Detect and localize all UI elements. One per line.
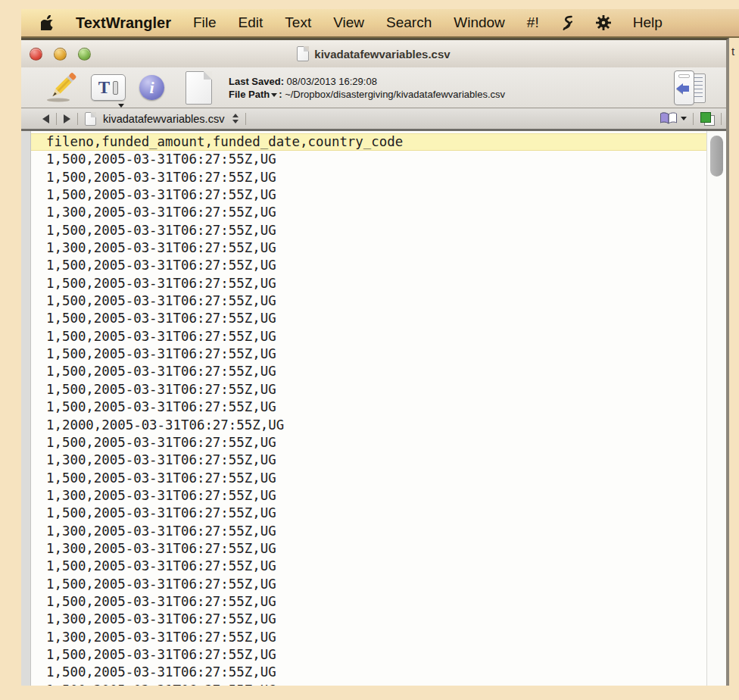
- window-title: kivadatafewvariables.csv: [314, 48, 450, 61]
- menu-item[interactable]: #!: [527, 14, 539, 31]
- file-path-label[interactable]: File Path: [229, 89, 270, 100]
- separator: [77, 113, 78, 125]
- close-button[interactable]: [30, 48, 42, 61]
- csv-line: 1,500,2005-03-31T06:27:55Z,UG: [31, 292, 707, 310]
- file-icon: [85, 112, 96, 126]
- separator: [245, 113, 246, 125]
- csv-line: 1,500,2005-03-31T06:27:55Z,UG: [31, 169, 707, 186]
- csv-line: 1,300,2005-03-31T06:27:55Z,UG: [31, 523, 707, 540]
- menu-bar: TextWrangler FileEditTextViewSearchWindo…: [21, 9, 739, 38]
- apple-icon[interactable]: [41, 15, 54, 30]
- last-saved-label: Last Saved:: [229, 76, 284, 87]
- vertical-scrollbar[interactable]: [706, 131, 726, 686]
- drawer-toggle-icon[interactable]: [672, 70, 708, 105]
- file-path-separator: :: [279, 89, 282, 100]
- background-stray-text: t: [731, 45, 734, 58]
- gear-icon[interactable]: [596, 15, 611, 30]
- scrollbar-thumb[interactable]: [710, 136, 723, 177]
- menu-app-name[interactable]: TextWrangler: [76, 14, 171, 32]
- counterparts-book-icon[interactable]: [659, 112, 687, 125]
- text-editor-area[interactable]: fileno,funded_amount,funded_date,country…: [31, 131, 707, 686]
- csv-line: 1,300,2005-03-31T06:27:55Z,UG: [31, 629, 707, 646]
- csv-partial-line: 1,500,2005-03-31T06:27:55Z,UG: [31, 682, 707, 686]
- menu-item[interactable]: View: [333, 14, 364, 31]
- csv-line: 1,300,2005-03-31T06:27:55Z,UG: [31, 239, 707, 257]
- forward-button[interactable]: [64, 114, 70, 123]
- window-controls: [30, 40, 91, 67]
- csv-line: 1,500,2005-03-31T06:27:55Z,UG: [31, 151, 707, 168]
- csv-line: 1,500,2005-03-31T06:27:55Z,UG: [31, 275, 707, 292]
- csv-line: 1,500,2005-03-31T06:27:55Z,UG: [31, 505, 707, 522]
- minimize-button[interactable]: [54, 48, 67, 61]
- separator: [56, 113, 57, 125]
- csv-header-line: fileno,funded_amount,funded_date,country…: [31, 133, 707, 151]
- csv-line: 1,500,2005-03-31T06:27:55Z,UG: [31, 186, 707, 204]
- csv-line: 1,500,2005-03-31T06:27:55Z,UG: [31, 470, 707, 487]
- csv-line: 1,500,2005-03-31T06:27:55Z,UG: [31, 398, 707, 416]
- menu-item[interactable]: Search: [386, 14, 432, 31]
- csv-line: 1,300,2005-03-31T06:27:55Z,UG: [31, 611, 707, 628]
- arrow-left-icon: [676, 83, 689, 94]
- window-title-bar[interactable]: kivadatafewvariables.csv: [21, 40, 726, 68]
- applescript-icon[interactable]: [561, 15, 574, 31]
- csv-line: 1,500,2005-03-31T06:27:55Z,UG: [31, 664, 707, 681]
- text-display-icon[interactable]: T: [91, 74, 126, 101]
- csv-line: 1,300,2005-03-31T06:27:55Z,UG: [31, 540, 707, 558]
- file-path-caret-icon[interactable]: [271, 93, 277, 97]
- csv-line: 1,500,2005-03-31T06:27:55Z,UG: [31, 310, 707, 327]
- zoom-button[interactable]: [78, 48, 91, 61]
- menu-item[interactable]: Text: [285, 14, 311, 31]
- editor-content: fileno,funded_amount,funded_date,country…: [21, 131, 726, 686]
- menu-item[interactable]: File: [193, 14, 217, 31]
- csv-line: 1,500,2005-03-31T06:27:55Z,UG: [31, 558, 707, 575]
- file-status-block: Last Saved: 08/03/2013 16:29:08 File Pat…: [229, 75, 505, 101]
- csv-line: 1,500,2005-03-31T06:27:55Z,UG: [31, 363, 707, 380]
- csv-line: 1,300,2005-03-31T06:27:55Z,UG: [31, 487, 707, 505]
- csv-line: 1,2000,2005-03-31T06:27:55Z,UG: [31, 417, 707, 434]
- csv-line: 1,500,2005-03-31T06:27:55Z,UG: [31, 434, 707, 452]
- textwrangler-window: kivadatafewvariables.csv T i: [21, 38, 729, 686]
- editor-gutter: [21, 131, 31, 686]
- csv-line: 1,500,2005-03-31T06:27:55Z,UG: [31, 345, 707, 363]
- text-display-T: T: [98, 79, 110, 96]
- popup-stepper-icon[interactable]: [232, 114, 239, 123]
- csv-line: 1,300,2005-03-31T06:27:55Z,UG: [31, 204, 707, 221]
- menu-item-help[interactable]: Help: [633, 14, 663, 31]
- csv-line: 1,500,2005-03-31T06:27:55Z,UG: [31, 576, 707, 593]
- document-icon[interactable]: [186, 71, 212, 105]
- menu-item[interactable]: Window: [454, 14, 505, 31]
- file-path-value: ~/Dropbox/disastergiving/kivadatafewvari…: [285, 89, 505, 100]
- info-icon[interactable]: i: [139, 75, 164, 100]
- pencil-icon[interactable]: [44, 71, 79, 105]
- csv-line: 1,300,2005-03-31T06:27:55Z,UG: [31, 452, 707, 469]
- csv-line: 1,500,2005-03-31T06:27:55Z,UG: [31, 222, 707, 239]
- csv-line: 1,500,2005-03-31T06:27:55Z,UG: [31, 646, 707, 664]
- chevron-down-icon: [681, 117, 687, 120]
- open-document-popup[interactable]: kivadatafewvariables.csv: [103, 113, 224, 125]
- csv-line: 1,500,2005-03-31T06:27:55Z,UG: [31, 381, 707, 398]
- last-saved-value: 08/03/2013 16:29:08: [287, 76, 377, 87]
- separator: [693, 113, 694, 125]
- separator: [721, 113, 722, 125]
- chevron-down-icon: [118, 104, 124, 108]
- menu-item[interactable]: Edit: [239, 14, 263, 31]
- document-proxy-icon[interactable]: [297, 46, 309, 61]
- csv-line: 1,500,2005-03-31T06:27:55Z,UG: [31, 593, 707, 611]
- toolbar: T i Last Saved: 08/03/2013 16:29:08 File…: [21, 67, 726, 108]
- csv-line: 1,500,2005-03-31T06:27:55Z,UG: [31, 257, 707, 274]
- back-button[interactable]: [42, 114, 49, 123]
- text-display-cursor: [113, 81, 118, 95]
- split-view-icon[interactable]: [700, 111, 715, 126]
- navigation-bar: kivadatafewvariables.csv: [21, 108, 726, 131]
- csv-line: 1,500,2005-03-31T06:27:55Z,UG: [31, 328, 707, 345]
